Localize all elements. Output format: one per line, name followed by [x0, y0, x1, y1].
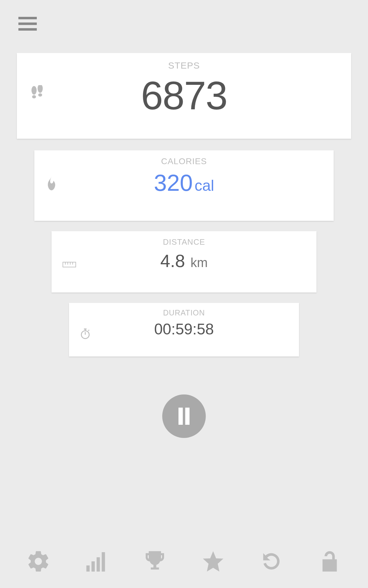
svg-rect-20 — [91, 561, 95, 571]
pause-button[interactable] — [162, 394, 206, 438]
distance-unit: km — [190, 255, 208, 270]
settings-button[interactable] — [26, 549, 51, 574]
star-icon — [201, 549, 225, 574]
duration-value: 00:59:58 — [69, 320, 299, 338]
calories-card[interactable]: CALORIES 320cal — [34, 150, 334, 221]
duration-card[interactable]: DURATION 00:59:58 — [69, 303, 299, 356]
menu-button[interactable] — [18, 17, 37, 31]
lock-button[interactable] — [317, 549, 342, 574]
footprints-icon — [30, 85, 44, 104]
svg-rect-21 — [97, 557, 100, 571]
svg-rect-18 — [185, 408, 190, 425]
metrics-cards: STEPS 6873 CALORIES 320cal DISTANCE — [0, 53, 368, 356]
flame-icon — [46, 176, 57, 192]
svg-line-16 — [88, 330, 89, 331]
pause-icon — [177, 408, 191, 425]
svg-rect-19 — [86, 565, 90, 571]
svg-point-3 — [32, 86, 37, 95]
svg-point-6 — [38, 93, 42, 96]
calories-number: 320 — [154, 170, 193, 196]
calories-label: CALORIES — [34, 156, 334, 166]
duration-label: DURATION — [69, 308, 299, 317]
gear-icon — [26, 549, 51, 574]
steps-label: STEPS — [17, 60, 351, 71]
refresh-button[interactable] — [259, 549, 284, 574]
svg-rect-17 — [178, 408, 183, 425]
ruler-icon — [63, 262, 76, 269]
steps-value: 6873 — [17, 73, 351, 119]
svg-point-5 — [38, 85, 43, 93]
refresh-icon — [259, 549, 284, 574]
svg-rect-22 — [102, 552, 105, 571]
stopwatch-icon — [80, 328, 90, 341]
stats-button[interactable] — [84, 549, 109, 574]
unlock-icon — [317, 549, 342, 574]
hamburger-icon — [18, 17, 37, 31]
svg-rect-7 — [63, 262, 76, 267]
svg-point-4 — [32, 95, 36, 98]
bottom-toolbar — [0, 545, 368, 577]
svg-rect-0 — [18, 17, 37, 19]
bar-chart-icon — [84, 549, 109, 574]
distance-card[interactable]: DISTANCE 4.8km — [52, 231, 316, 292]
svg-rect-2 — [18, 28, 37, 31]
steps-card[interactable]: STEPS 6873 — [17, 53, 351, 139]
svg-point-12 — [81, 331, 89, 339]
distance-label: DISTANCE — [52, 237, 316, 247]
favorites-button[interactable] — [201, 549, 225, 574]
calories-value: 320cal — [34, 169, 334, 196]
trophy-icon — [143, 549, 167, 574]
distance-value: 4.8km — [52, 251, 316, 271]
distance-number: 4.8 — [160, 251, 185, 271]
achievements-button[interactable] — [143, 549, 167, 574]
calories-unit: cal — [194, 177, 214, 194]
svg-rect-1 — [18, 23, 37, 25]
